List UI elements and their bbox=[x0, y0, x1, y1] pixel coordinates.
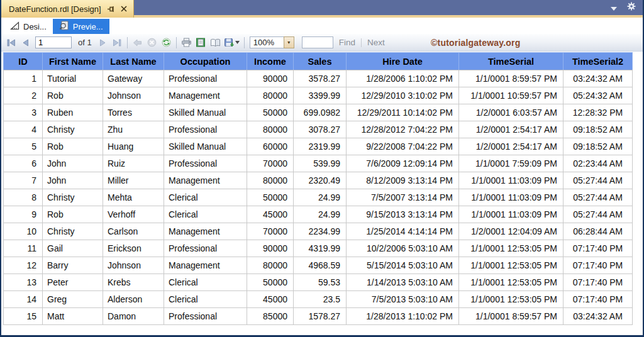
tab-design[interactable]: Desi... bbox=[4, 19, 53, 34]
table-cell: 05:27:44 AM bbox=[564, 206, 633, 223]
preview-toolbar: of 1 bbox=[1, 34, 643, 52]
find-button[interactable]: Find bbox=[339, 38, 355, 47]
table-cell: Professional bbox=[164, 155, 247, 172]
table-cell: 1/1/0001 12:53:05 PM bbox=[459, 291, 564, 308]
table-cell: 03:24:32 AM bbox=[564, 308, 633, 325]
table-cell: Christy bbox=[43, 121, 103, 138]
table-cell: Professional bbox=[164, 121, 247, 138]
table-cell: 1/1/0001 12:53:05 PM bbox=[459, 257, 564, 274]
table-cell: Ruiz bbox=[103, 155, 164, 172]
close-icon[interactable] bbox=[121, 6, 127, 12]
table-cell: 50000 bbox=[247, 189, 294, 206]
table-cell: 80000 bbox=[247, 87, 294, 104]
table-cell: Alderson bbox=[103, 291, 164, 308]
find-text-input[interactable] bbox=[302, 36, 333, 48]
column-header-income: Income bbox=[247, 53, 294, 70]
document-tab[interactable]: DateFunction.rdl [Design] bbox=[1, 0, 134, 18]
table-cell: 1/1/0001 12:53:05 PM bbox=[459, 274, 564, 291]
first-page-button[interactable] bbox=[4, 36, 18, 50]
table-cell: 03:24:32 AM bbox=[564, 70, 633, 87]
table-cell: 1/1/0001 7:59:09 PM bbox=[459, 155, 564, 172]
print-layout-button[interactable] bbox=[194, 36, 208, 50]
table-cell: 5/15/2014 5:03:10 AM bbox=[347, 257, 459, 274]
table-cell: Tutorial bbox=[43, 70, 103, 87]
back-button[interactable] bbox=[130, 36, 145, 50]
table-cell: 8/12/2009 3:13:14 PM bbox=[347, 172, 459, 189]
next-page-button[interactable] bbox=[96, 36, 110, 50]
watermark-text: ©tutorialgateway.org bbox=[431, 38, 520, 48]
table-cell: 3 bbox=[4, 104, 43, 121]
table-cell: 1/1/0001 12:53:05 PM bbox=[459, 240, 564, 257]
toolbar-separator bbox=[127, 37, 128, 48]
table-cell: Huang bbox=[103, 138, 164, 155]
table-cell: 2320.49 bbox=[294, 172, 347, 189]
find-next-button[interactable]: Next bbox=[367, 38, 385, 47]
table-cell: 1/1/0001 11:03:09 PM bbox=[459, 189, 564, 206]
table-cell: Gateway bbox=[103, 70, 164, 87]
table-cell: 1/2/0001 2:54:17 AM bbox=[459, 121, 564, 138]
preview-magnifier-icon bbox=[59, 21, 69, 32]
table-cell: Carlson bbox=[103, 223, 164, 240]
table-cell: 1/2/0001 12:04:09 AM bbox=[459, 223, 564, 240]
table-cell: 7/6/2009 12:09:14 PM bbox=[347, 155, 459, 172]
export-button[interactable] bbox=[223, 36, 242, 50]
gear-icon[interactable] bbox=[627, 2, 636, 13]
table-cell: John bbox=[43, 155, 103, 172]
table-cell: 24.99 bbox=[294, 189, 347, 206]
table-cell: 1/2/0001 2:54:17 AM bbox=[459, 138, 564, 155]
table-cell: Ruben bbox=[43, 104, 103, 121]
table-cell: Professional bbox=[164, 70, 247, 87]
print-button[interactable] bbox=[179, 36, 194, 50]
window-menu-chevron-icon[interactable] bbox=[611, 2, 617, 13]
table-cell: Rob bbox=[43, 87, 103, 104]
refresh-button[interactable] bbox=[159, 36, 174, 50]
column-header-occupation: Occupation bbox=[164, 53, 247, 70]
zoom-dropdown-arrow-icon[interactable]: ▾ bbox=[284, 36, 294, 48]
table-cell: 699.0982 bbox=[294, 104, 347, 121]
table-cell: 12/29/2011 10:14:02 PM bbox=[347, 104, 459, 121]
zoom-combobox[interactable]: 100% ▾ bbox=[250, 36, 294, 48]
table-cell: 7/5/2007 3:13:14 PM bbox=[347, 189, 459, 206]
table-cell: 02:23:44 AM bbox=[564, 155, 633, 172]
table-cell: 09:18:52 AM bbox=[564, 121, 633, 138]
table-cell: Christy bbox=[43, 223, 103, 240]
table-row: 14GregAldersonClerical4500023.57/5/2013 … bbox=[4, 291, 633, 308]
table-cell: 85000 bbox=[247, 308, 294, 325]
table-cell: Matt bbox=[43, 308, 103, 325]
table-cell: 10/2/2006 5:03:10 AM bbox=[347, 240, 459, 257]
table-cell: 1/28/2006 1:10:02 PM bbox=[347, 70, 459, 87]
table-cell: Rob bbox=[43, 206, 103, 223]
pin-icon[interactable] bbox=[107, 5, 115, 13]
table-cell: Torres bbox=[103, 104, 164, 121]
table-cell: 2319.99 bbox=[294, 138, 347, 155]
toolbar-separator bbox=[244, 37, 245, 48]
last-page-button[interactable] bbox=[110, 36, 125, 50]
header-row: IDFirst NameLast NameOccupationIncomeSal… bbox=[4, 53, 633, 70]
previous-page-button[interactable] bbox=[18, 36, 33, 50]
table-cell: Peter bbox=[43, 274, 103, 291]
table-cell: Clerical bbox=[164, 291, 247, 308]
table-cell: 06:28:44 AM bbox=[564, 223, 633, 240]
table-cell: Johnson bbox=[103, 257, 164, 274]
table-cell: Management bbox=[164, 257, 247, 274]
stop-button[interactable] bbox=[145, 36, 159, 50]
tab-preview[interactable]: Previe... bbox=[53, 19, 109, 34]
view-tab-strip: Desi... Previe... bbox=[1, 18, 643, 34]
table-row: 3RubenTorresSkilled Manual50000699.09821… bbox=[4, 104, 633, 121]
table-row: 12BarryJohnsonManagement800004968.595/15… bbox=[4, 257, 633, 274]
table-row: 1TutorialGatewayProfessional900003578.27… bbox=[4, 70, 633, 87]
zoom-value: 100% bbox=[250, 36, 284, 48]
table-cell: 9 bbox=[4, 206, 43, 223]
table-row: 11GailEricksonProfessional900004319.9910… bbox=[4, 240, 633, 257]
table-cell: 60000 bbox=[247, 138, 294, 155]
table-cell: Barry bbox=[43, 257, 103, 274]
page-number-input[interactable] bbox=[35, 36, 72, 48]
table-row: 6JohnRuizProfessional70000539.997/6/2009… bbox=[4, 155, 633, 172]
table-cell: 9/22/2008 7:04:22 PM bbox=[347, 138, 459, 155]
table-cell: 09:18:52 AM bbox=[564, 138, 633, 155]
table-cell: Verhoff bbox=[103, 206, 164, 223]
page-setup-button[interactable] bbox=[208, 36, 223, 50]
table-cell: 90000 bbox=[247, 70, 294, 87]
table-cell: Miller bbox=[103, 172, 164, 189]
table-row: 4ChristyZhuProfessional800003078.2712/28… bbox=[4, 121, 633, 138]
